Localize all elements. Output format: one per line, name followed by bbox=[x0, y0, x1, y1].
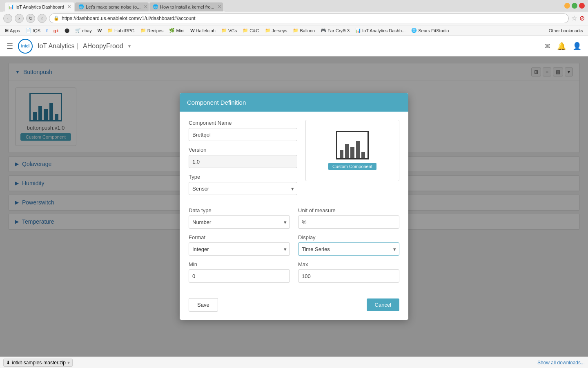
tab-icon: 📊 bbox=[8, 4, 14, 9]
save-button[interactable]: Save bbox=[189, 298, 218, 312]
user-icon[interactable]: 👤 bbox=[572, 42, 581, 51]
back-btn[interactable]: ‹ bbox=[3, 14, 12, 23]
bookmark-gplus[interactable]: g+ bbox=[51, 27, 61, 34]
vgs-icon: 📁 bbox=[221, 28, 227, 33]
star-icon[interactable]: ☆ bbox=[571, 14, 577, 22]
component-name-input[interactable] bbox=[189, 128, 297, 141]
url-text: https://dashboard.us.enableiot.com/v1/ui… bbox=[62, 16, 196, 21]
refresh-btn[interactable]: ↻ bbox=[26, 14, 35, 23]
bookmark-cc[interactable]: 📁 C&C bbox=[240, 27, 261, 34]
home-btn[interactable]: ⌂ bbox=[38, 14, 47, 23]
modal-right-col: Custom Component bbox=[305, 120, 399, 201]
apps-icon: ⊞ bbox=[5, 28, 9, 33]
mail-icon[interactable]: ✉ bbox=[544, 42, 550, 51]
iqs-icon: 📄 bbox=[26, 28, 31, 33]
browser-titlebar: 📊 IoT Analytics Dashboard ✕ 🌐 Let's make… bbox=[0, 0, 588, 11]
type-select-wrapper: Sensor Actuator bbox=[189, 182, 297, 195]
topbar-icons: ✉ 🔔 👤 bbox=[544, 42, 581, 51]
browser-toolbar: ‹ › ↻ ⌂ 🔒 https://dashboard.us.enableiot… bbox=[0, 11, 588, 25]
tab-close-btn[interactable]: ✕ bbox=[67, 4, 71, 9]
max-input[interactable] bbox=[298, 269, 399, 283]
preview-bar-4 bbox=[356, 141, 360, 158]
download-bar: ⬇ iotkit-samples-master.zip ▾ Show all d… bbox=[0, 357, 588, 368]
preview-bar-2 bbox=[345, 144, 349, 158]
tab-kernel[interactable]: 🌐 How to install a kernel fro... ✕ bbox=[149, 2, 223, 11]
bookmark-balloon[interactable]: 📁 Balloon bbox=[290, 27, 317, 34]
unit-input[interactable] bbox=[298, 215, 399, 229]
component-name-label: Component Name bbox=[189, 120, 297, 126]
bookmark-hallelujah[interactable]: W Hallelujah bbox=[188, 27, 218, 34]
modal-row-top: Component Name Version Type bbox=[189, 120, 399, 201]
bookmark-facebook[interactable]: f bbox=[44, 27, 50, 34]
tab-close-btn-2[interactable]: ✕ bbox=[144, 4, 147, 9]
app-topbar: ☰ intel IoT Analytics | AHoopyFrood ▾ ✉ … bbox=[0, 36, 588, 56]
version-label: Version bbox=[189, 147, 297, 153]
maximize-btn[interactable] bbox=[572, 3, 577, 9]
ssl-lock-icon: 🔒 bbox=[53, 16, 59, 21]
format-select[interactable]: Integer Float bbox=[189, 242, 290, 256]
bookmark-circle[interactable]: ⬤ bbox=[62, 27, 72, 34]
cc-icon: 📁 bbox=[243, 28, 248, 33]
min-max-row: Min Max bbox=[189, 261, 399, 288]
download-filename: iotkit-samples-master.zip bbox=[12, 360, 66, 366]
cancel-button[interactable]: Cancel bbox=[367, 298, 399, 311]
min-group: Min bbox=[189, 261, 290, 283]
data-type-select[interactable]: Number String Boolean bbox=[189, 215, 290, 229]
bookmark-apps[interactable]: ⊞ Apps bbox=[2, 27, 22, 34]
iot-dash-icon: 📊 bbox=[355, 28, 361, 33]
show-all-downloads-link[interactable]: Show all downloads... bbox=[537, 360, 585, 366]
type-group: Type Sensor Actuator bbox=[189, 174, 297, 195]
bookmark-iqs[interactable]: 📄 IQS bbox=[23, 27, 43, 34]
bookmark-farcry[interactable]: 🎮 Far Cry® 3 bbox=[318, 27, 352, 34]
max-group: Max bbox=[298, 261, 399, 283]
facebook-icon: f bbox=[46, 28, 48, 33]
preview-bar-1 bbox=[340, 150, 343, 158]
bookmark-mint[interactable]: 🌿 Mint bbox=[167, 27, 187, 34]
component-preview: Custom Component bbox=[305, 120, 399, 181]
download-item: ⬇ iotkit-samples-master.zip ▾ bbox=[3, 359, 73, 367]
download-chevron-icon[interactable]: ▾ bbox=[67, 360, 70, 366]
close-btn[interactable] bbox=[579, 3, 585, 9]
tab-close-btn-3[interactable]: ✕ bbox=[218, 4, 221, 9]
tab-label-2: Let's make some noise (o... bbox=[86, 4, 140, 9]
sears-icon: 🌐 bbox=[411, 28, 417, 33]
type-select[interactable]: Sensor Actuator bbox=[189, 182, 297, 195]
dropdown-arrow-icon[interactable]: ▾ bbox=[128, 43, 131, 49]
forward-btn[interactable]: › bbox=[15, 14, 24, 23]
app-username[interactable]: AHoopyFrood bbox=[83, 43, 123, 50]
preview-chart-icon bbox=[336, 131, 369, 159]
data-type-select-wrapper: Number String Boolean bbox=[189, 215, 290, 229]
bookmark-habitrpg[interactable]: 📁 HabitRPG bbox=[105, 27, 137, 34]
version-input[interactable] bbox=[189, 155, 297, 168]
page-content: ▼ Buttonpush ⊞ ≡ ▤ ▾ bbox=[0, 56, 588, 357]
bookmark-wiki[interactable]: W bbox=[95, 27, 104, 34]
format-group: Format Integer Float bbox=[189, 234, 290, 256]
modal-body: Component Name Version Type bbox=[180, 112, 408, 298]
bookmark-ebay[interactable]: 🛒 ebay bbox=[73, 27, 94, 34]
address-bar[interactable]: 🔒 https://dashboard.us.enableiot.com/v1/… bbox=[49, 13, 569, 23]
bookmark-sears[interactable]: 🌐 Sears FitStudio bbox=[409, 27, 451, 34]
hamburger-menu-icon[interactable]: ☰ bbox=[7, 42, 13, 51]
format-label: Format bbox=[189, 234, 290, 240]
bookmark-other[interactable]: Other bookmarks bbox=[546, 27, 586, 34]
bookmark-vgs[interactable]: 📁 VGs bbox=[219, 27, 239, 34]
balloon-icon: 📁 bbox=[293, 28, 298, 33]
format-select-wrapper: Integer Float bbox=[189, 242, 290, 256]
minimize-btn[interactable] bbox=[564, 3, 570, 9]
bookmark-recipes[interactable]: 📁 Recipes bbox=[138, 27, 166, 34]
max-label: Max bbox=[298, 261, 399, 267]
bell-icon[interactable]: 🔔 bbox=[557, 42, 566, 51]
bookmark-jerseys[interactable]: 📁 Jerseys bbox=[263, 27, 290, 34]
adblock-icon[interactable]: ⊘ bbox=[579, 14, 585, 22]
min-input[interactable] bbox=[189, 269, 290, 283]
format-display-row: Format Integer Float Display bbox=[189, 234, 399, 261]
jerseys-icon: 📁 bbox=[265, 28, 271, 33]
tab-noise[interactable]: 🌐 Let's make some noise (o... ✕ bbox=[75, 2, 149, 11]
bookmark-iot-dash[interactable]: 📊 IoT Analytics Dashb... bbox=[353, 27, 408, 34]
app-title: IoT Analytics | bbox=[38, 43, 78, 50]
tab-iot-dashboard[interactable]: 📊 IoT Analytics Dashboard ✕ bbox=[5, 2, 74, 11]
intel-logo: intel bbox=[18, 39, 33, 54]
display-label: Display bbox=[298, 234, 399, 240]
tab-icon-2: 🌐 bbox=[78, 4, 84, 9]
display-select[interactable]: Time Series Gauge Donut bbox=[298, 242, 399, 256]
